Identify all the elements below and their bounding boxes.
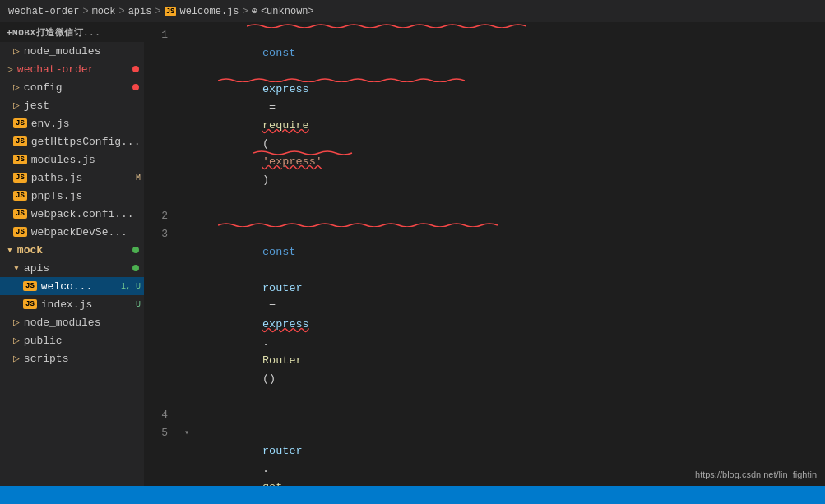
breadcrumb: wechat-order > mock > apis > JS welcome.… — [8, 5, 314, 17]
fold-arrow: ▾ — [181, 424, 192, 442]
sidebar-item-label: modules.js — [31, 154, 144, 166]
var-express: express — [262, 83, 309, 95]
folder-icon: ▷ — [7, 62, 13, 76]
sidebar: +MOBX打造微信订... ▷ node_modules ▷ wechat-or… — [0, 23, 144, 486]
folder-icon: ▾ — [7, 243, 13, 257]
status-badge — [132, 66, 139, 72]
sidebar-item-scripts[interactable]: ▷ scripts — [0, 349, 144, 368]
watermark: https://blog.csdn.net/lin_fightin — [695, 469, 817, 479]
sidebar-item-env-js[interactable]: JS env.js — [0, 114, 144, 132]
sidebar-item-label: pnpTs.js — [31, 190, 144, 202]
sidebar-item-label: paths.js — [31, 172, 136, 184]
sidebar-item-wechat-order[interactable]: ▷ wechat-order — [0, 60, 144, 78]
code-line-1: 1 const express = require ( 'express' ) — [144, 26, 825, 207]
main-layout: +MOBX打造微信订... ▷ node_modules ▷ wechat-or… — [0, 23, 825, 486]
sidebar-item-label: node_modules — [24, 45, 144, 58]
sidebar-item-label: env.js — [31, 118, 144, 130]
sidebar-item-label: wechat-order — [17, 63, 132, 76]
symbol-icon: ⊕ — [252, 5, 257, 17]
breadcrumb-item[interactable]: wechat-order — [8, 6, 79, 17]
js-file-icon: JS — [23, 281, 37, 291]
sidebar-item-node-modules-2[interactable]: ▷ node_modules — [0, 313, 144, 331]
plain-text: = — [262, 101, 282, 113]
sidebar-item-label: public — [24, 335, 144, 347]
breadcrumb-item[interactable]: apis — [128, 6, 152, 17]
sidebar-item-modules-js[interactable]: JS modules.js — [0, 150, 144, 169]
folder-icon: ▷ — [13, 352, 20, 365]
sidebar-item-label: node_modules — [24, 317, 144, 329]
folder-icon: ▷ — [13, 316, 20, 329]
plain-text: . — [262, 336, 269, 349]
breadcrumb-item[interactable]: mock — [92, 6, 116, 17]
editor-content[interactable]: 1 const express = require ( 'express' ) … — [144, 23, 825, 486]
sidebar-item-label: welco... — [41, 280, 121, 293]
sidebar-item-index-js[interactable]: JS index.js U — [0, 295, 144, 313]
status-badge — [132, 265, 139, 271]
status-badge — [132, 247, 139, 253]
sidebar-item-label: webpackDevSe... — [31, 226, 144, 238]
line-content — [192, 207, 825, 225]
sidebar-item-config[interactable]: ▷ config — [0, 78, 144, 96]
line-content: const express = require ( 'express' ) — [192, 26, 825, 207]
folder-icon: ▾ — [13, 261, 20, 275]
js-file-icon: JS — [13, 118, 27, 128]
sidebar-item-webpack-devserver[interactable]: JS webpackDevSe... — [0, 223, 144, 241]
folder-icon: ▷ — [13, 81, 20, 94]
plain-text — [262, 65, 269, 77]
sidebar-item-pnpts-js[interactable]: JS pnpTs.js — [0, 187, 144, 205]
status-badge — [132, 84, 139, 90]
line-number: 3 — [144, 225, 181, 243]
sidebar-item-node-modules[interactable]: ▷ node_modules — [0, 42, 144, 60]
js-file-icon: JS — [13, 173, 27, 183]
sidebar-item-label: index.js — [41, 298, 136, 311]
top-bar: wechat-order > mock > apis > JS welcome.… — [0, 0, 825, 23]
js-icon: JS — [165, 7, 177, 16]
modified-tag: M — [136, 173, 141, 183]
js-file-icon: JS — [13, 227, 27, 237]
sidebar-header: +MOBX打造微信订... — [0, 23, 144, 42]
keyword-const: const — [262, 47, 296, 59]
sidebar-item-gethttpsconfig[interactable]: JS getHttpsConfig... — [0, 132, 144, 150]
folder-icon: ▷ — [13, 44, 20, 58]
str-express: 'express' — [262, 155, 322, 168]
editor-area: 1 const express = require ( 'express' ) … — [144, 23, 825, 486]
sidebar-item-label: scripts — [24, 353, 144, 365]
fn-require: require — [262, 119, 309, 132]
sidebar-item-label: getHttpsConfig... — [31, 136, 144, 148]
sidebar-item-apis[interactable]: ▾ apis — [0, 259, 144, 277]
sidebar-item-label: mock — [17, 244, 132, 257]
fn-router: Router — [262, 354, 303, 367]
plain-text: () — [262, 372, 276, 385]
sidebar-item-mock[interactable]: ▾ mock — [0, 241, 144, 259]
line-number: 2 — [144, 207, 181, 225]
breadcrumb-item[interactable]: welcome.js — [179, 6, 239, 17]
line-content: const router = express . Router () — [192, 225, 825, 406]
sidebar-item-welcome-js[interactable]: JS welco... 1, U — [0, 277, 144, 295]
breadcrumb-sep: > — [155, 6, 160, 17]
sidebar-item-public[interactable]: ▷ public — [0, 331, 144, 349]
var-router-2: router — [262, 445, 303, 457]
code-line-3: 3 const router = express . Router () — [144, 225, 825, 406]
code-line-4: 4 — [144, 406, 825, 424]
plain-text: . — [262, 463, 269, 475]
file-tag: 1, U — [121, 282, 141, 291]
var-router: router — [262, 282, 303, 294]
plain-text — [262, 264, 269, 276]
breadcrumb-sep: > — [82, 6, 88, 17]
line-number: 4 — [144, 406, 181, 424]
breadcrumb-sep: > — [118, 6, 124, 17]
js-file-icon: JS — [13, 209, 27, 219]
line-number: 1 — [144, 26, 181, 44]
untracked-tag: U — [136, 300, 141, 309]
plain-text: ) — [262, 173, 269, 186]
sidebar-item-webpack-config[interactable]: JS webpack.confi... — [0, 205, 144, 223]
breadcrumb-sep: > — [242, 6, 248, 17]
js-file-icon: JS — [23, 299, 37, 309]
var-express-2: express — [262, 318, 309, 331]
sidebar-item-paths-js[interactable]: JS paths.js M — [0, 169, 144, 187]
sidebar-item-jest[interactable]: ▷ jest — [0, 96, 144, 114]
sidebar-item-label: apis — [24, 262, 132, 275]
folder-icon: ▷ — [13, 334, 20, 347]
js-file-icon: JS — [13, 136, 27, 146]
folder-icon: ▷ — [13, 99, 20, 112]
